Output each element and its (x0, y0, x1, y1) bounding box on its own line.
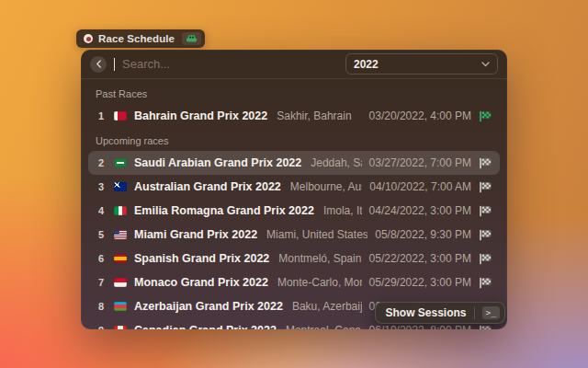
race-name: Miami Grand Prix 2022 (134, 228, 257, 241)
action-hint-label: Show Sessions (386, 306, 467, 319)
race-location: Miami, United States (266, 228, 368, 241)
race-datetime: 04/24/2022, 3:00 PM (369, 204, 471, 217)
race-location: Montmeló, Spain (278, 252, 361, 265)
race-name: Spanish Grand Prix 2022 (134, 252, 269, 265)
race-location: Imola, Italy (323, 204, 362, 217)
race-number: 3 (96, 181, 107, 192)
race-name: Saudi Arabian Grand Prix 2022 (134, 156, 301, 169)
checkered-flag-icon (479, 205, 492, 217)
race-name: Australian Grand Prix 2022 (134, 180, 281, 193)
race-location: Montreal, Canada (286, 324, 362, 329)
race-list: Past Races1Bahrain Grand Prix 2022Sakhir… (81, 79, 507, 329)
race-datetime: 05/29/2022, 3:00 PM (369, 276, 471, 289)
race-location: Jeddah, Saudi Arabia (311, 156, 361, 169)
race-car-chip (182, 32, 201, 45)
race-location: Melbourne, Australia (290, 180, 362, 193)
season-dropdown[interactable]: 2022 (345, 53, 498, 75)
country-flag-icon (114, 182, 127, 191)
checkered-flag-icon (479, 181, 492, 193)
search-input[interactable] (122, 57, 338, 71)
checkered-flag-icon (479, 110, 492, 122)
race-row[interactable]: 4Emilia Romagna Grand Prix 2022Imola, It… (88, 199, 500, 223)
country-flag-icon (114, 206, 127, 215)
action-hint[interactable]: Show Sessions >_ (375, 302, 505, 324)
race-row[interactable]: 3Australian Grand Prix 2022Melbourne, Au… (88, 175, 500, 199)
race-location: Baku, Azerbaijan (292, 300, 362, 313)
checkered-flag-icon (479, 325, 492, 330)
action-hint-divider (474, 307, 475, 319)
race-number: 6 (96, 253, 107, 264)
country-flag-icon (114, 278, 127, 287)
race-row[interactable]: 6Spanish Grand Prix 2022Montmeló, Spain0… (88, 247, 500, 270)
race-location: Sakhir, Bahrain (277, 109, 361, 122)
race-name: Emilia Romagna Grand Prix 2022 (134, 204, 314, 217)
race-row[interactable]: 5Miami Grand Prix 2022Miami, United Stat… (88, 223, 500, 247)
race-number: 9 (96, 325, 107, 329)
back-button[interactable] (90, 56, 107, 73)
country-flag-icon (114, 111, 127, 121)
race-datetime: 05/8/2022, 9:30 PM (375, 228, 471, 241)
command-tab[interactable]: Race Schedule (76, 29, 205, 48)
season-dropdown-value: 2022 (354, 58, 379, 71)
race-row[interactable]: 2Saudi Arabian Grand Prix 2022Jeddah, Sa… (88, 151, 500, 175)
text-caret (114, 58, 115, 71)
race-location: Monte-Carlo, Monaco (277, 276, 362, 289)
race-name: Monaco Grand Prix 2022 (134, 276, 268, 289)
race-number: 8 (96, 301, 107, 312)
country-flag-icon (114, 158, 127, 167)
race-number: 5 (96, 229, 107, 240)
race-row[interactable]: 1Bahrain Grand Prix 2022Sakhir, Bahrain0… (88, 104, 500, 128)
race-name: Canadian Grand Prix 2022 (134, 324, 277, 329)
chevron-down-icon (481, 62, 490, 67)
enter-key-icon: >_ (482, 306, 500, 319)
race-row[interactable]: 7Monaco Grand Prix 2022Monte-Carlo, Mona… (88, 270, 500, 294)
section-title: Past Races (88, 81, 500, 104)
country-flag-icon (114, 230, 127, 239)
race-car-icon (186, 34, 198, 43)
race-name: Azerbaijan Grand Prix 2022 (134, 300, 283, 313)
race-datetime: 05/22/2022, 3:00 PM (369, 252, 471, 265)
command-tab-label: Race Schedule (98, 33, 175, 44)
race-number: 1 (96, 110, 107, 121)
checkered-flag-icon (479, 229, 492, 241)
race-datetime: 03/27/2022, 7:00 PM (369, 156, 471, 169)
race-datetime: 04/10/2022, 7:00 AM (369, 180, 471, 193)
race-number: 7 (96, 277, 107, 288)
chevron-left-icon (96, 60, 102, 68)
record-dot-icon (84, 34, 93, 43)
checkered-flag-icon (479, 253, 492, 265)
search-bar: 2022 (81, 50, 507, 78)
country-flag-icon (114, 326, 127, 329)
country-flag-icon (114, 254, 127, 263)
country-flag-icon (114, 302, 127, 311)
race-datetime: 03/20/2022, 4:00 PM (369, 109, 471, 122)
race-number: 2 (96, 157, 107, 168)
checkered-flag-icon (479, 157, 492, 169)
raycast-window: 2022 Past Races1Bahrain Grand Prix 2022S… (81, 50, 507, 329)
race-datetime: 06/19/2022, 8:00 PM (369, 324, 471, 329)
checkered-flag-icon (479, 277, 492, 289)
section-title: Upcoming races (88, 128, 500, 151)
race-name: Bahrain Grand Prix 2022 (134, 109, 267, 122)
race-number: 4 (96, 205, 107, 216)
